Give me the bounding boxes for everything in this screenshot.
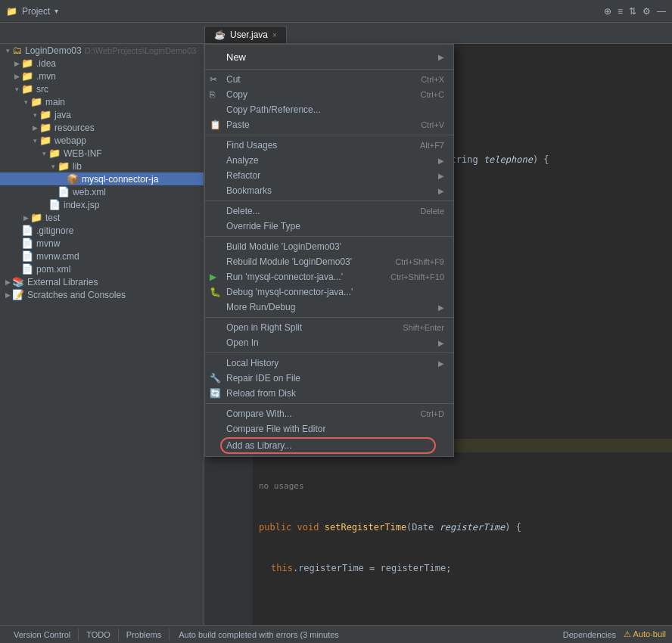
debug-icon: 🐛 (210, 287, 221, 297)
sidebar-item-external-libs[interactable]: ▶ 📚 External Libraries (0, 275, 204, 288)
menu-item-repair-ide[interactable]: 🔧 Repair IDE on File (205, 371, 453, 386)
webinf-arrow: ▾ (39, 150, 48, 157)
sidebar-item-src[interactable]: ▾ 📁 src (0, 82, 204, 95)
mysql-jar-icon: 📦 (67, 173, 79, 185)
menu-item-more-run[interactable]: More Run/Debug ▶ (205, 300, 453, 315)
menu-item-rebuild-module[interactable]: Rebuild Module 'LoginDemo03' Ctrl+Shift+… (205, 254, 453, 269)
sidebar-item-mvnw[interactable]: 📄 mvnw (0, 237, 204, 250)
analyze-label: Analyze (226, 155, 259, 166)
sidebar-item-indexjsp[interactable]: 📄 index.jsp (0, 198, 204, 211)
refactor-label: Refactor (226, 170, 260, 181)
menu-item-analyze[interactable]: Analyze ▶ (205, 153, 453, 168)
rebuild-shortcut: Ctrl+Shift+F9 (395, 257, 444, 266)
auto-build-label: ⚠ Auto-buil (624, 629, 666, 639)
resources-arrow: ▶ (30, 124, 39, 132)
code-line-nousage2: no usages (259, 480, 672, 493)
copy-icon: ⎘ (210, 89, 215, 100)
add-library-label: Add as Library... (226, 440, 291, 451)
cut-icon: ✂ (210, 74, 217, 85)
mvn-label: .mvn (36, 71, 56, 82)
menu-item-override-type[interactable]: Override File Type (205, 219, 453, 234)
menu-item-bookmarks[interactable]: Bookmarks ▶ (205, 183, 453, 198)
menu-item-build-module[interactable]: Build Module 'LoginDemo03' (205, 239, 453, 254)
menu-item-run[interactable]: ▶ Run 'mysql-connector-java...' Ctrl+Shi… (205, 269, 453, 284)
title-bar-left: 📁 Project ▾ (6, 6, 604, 17)
mvnw-icon: 📄 (21, 238, 33, 249)
sidebar-item-webxml[interactable]: 📄 web.xml (0, 185, 204, 198)
main-arrow: ▾ (21, 98, 30, 106)
menu-item-delete[interactable]: Delete... Delete (205, 203, 453, 219)
menu-item-copy-path[interactable]: Copy Path/Reference... (205, 102, 453, 117)
menu-item-copy[interactable]: ⎘ Copy Ctrl+C (205, 87, 453, 102)
problems-label: Problems (126, 630, 161, 639)
sidebar-item-idea[interactable]: ▶ 📁 .idea (0, 57, 204, 70)
sidebar-item-java[interactable]: ▾ 📁 java (0, 108, 204, 121)
extlibs-icon: 📚 (12, 276, 24, 287)
menu-item-reload-disk[interactable]: 🔄 Reload from Disk (205, 386, 453, 401)
sidebar-item-resources[interactable]: ▶ 📁 resources (0, 121, 204, 134)
menu-item-open-in[interactable]: Open In ▶ (205, 335, 453, 350)
sidebar-item-gitignore[interactable]: 📄 .gitignore (0, 224, 204, 237)
tree-root[interactable]: ▾ 🗂 LoginDemo03 D:\WebProjects\LoginDemo… (0, 44, 204, 57)
sidebar-item-mvnwcmd[interactable]: 📄 mvnw.cmd (0, 250, 204, 262)
version-control-label: Version Control (14, 630, 70, 639)
rebuild-module-label: Rebuild Module 'LoginDemo03' (226, 256, 352, 267)
bookmarks-label: Bookmarks (226, 185, 272, 196)
title-bar: 📁 Project ▾ ⊕ ≡ ⇅ ⚙ — (0, 0, 672, 23)
new-label: New (226, 51, 246, 63)
bottom-tab-version-control[interactable]: Version Control (6, 629, 79, 641)
settings-icon[interactable]: ⚙ (642, 6, 651, 17)
menu-item-compare-with[interactable]: Compare With... Ctrl+D (205, 406, 453, 421)
todo-label: TODO (86, 630, 110, 639)
tab-user-java[interactable]: ☕ User.java × (204, 26, 287, 43)
webapp-folder-icon: 📁 (39, 135, 51, 146)
sort-icon[interactable]: ⇅ (629, 6, 636, 17)
bottom-status: Auto build completed with errors (3 minu… (179, 630, 554, 639)
webxml-label: web.xml (73, 187, 106, 197)
separator-6 (205, 353, 453, 353)
sidebar-item-pomxml[interactable]: 📄 pom.xml (0, 262, 204, 275)
paste-shortcut: Ctrl+V (421, 120, 444, 129)
bottom-tab-problems[interactable]: Problems (119, 629, 170, 641)
sidebar-item-mysql-connector[interactable]: 📦 mysql-connector-ja (0, 172, 204, 185)
sidebar-item-webinf[interactable]: ▾ 📁 WEB-INF (0, 147, 204, 160)
debug-label: Debug 'mysql-connector-java...' (226, 287, 353, 297)
menu-item-cut[interactable]: ✂ Cut Ctrl+X (205, 72, 453, 87)
scratches-label: Scratches and Consoles (27, 290, 126, 300)
pomxml-label: pom.xml (36, 264, 70, 275)
separator-2 (205, 135, 453, 135)
menu-item-refactor[interactable]: Refactor ▶ (205, 168, 453, 183)
tree-root-arrow: ▾ (3, 47, 12, 54)
menu-item-local-history[interactable]: Local History ▶ (205, 356, 453, 371)
project-dropdown-icon[interactable]: ▾ (54, 7, 58, 15)
separator-7 (205, 403, 453, 404)
local-history-arrow: ▶ (438, 359, 444, 368)
sidebar-item-mvn[interactable]: ▶ 📁 .mvn (0, 70, 204, 82)
bottom-tab-todo[interactable]: TODO (79, 629, 119, 641)
sidebar-item-lib[interactable]: ▾ 📁 lib (0, 160, 204, 172)
separator-4 (205, 236, 453, 237)
menu-item-compare-editor[interactable]: Compare File with Editor (205, 421, 453, 436)
sidebar-item-main[interactable]: ▾ 📁 main (0, 95, 204, 108)
idea-folder-icon: 📁 (21, 57, 33, 69)
add-icon[interactable]: ⊕ (604, 6, 611, 17)
lib-folder-icon: 📁 (58, 160, 70, 172)
list-icon[interactable]: ≡ (618, 6, 623, 17)
sidebar-item-test[interactable]: ▶ 📁 test (0, 211, 204, 224)
project-label: Project (22, 6, 50, 17)
minimize-icon[interactable]: — (657, 6, 666, 17)
menu-item-paste[interactable]: 📋 Paste Ctrl+V (205, 117, 453, 132)
src-arrow: ▾ (12, 85, 21, 93)
menu-item-open-right-split[interactable]: Open in Right Split Shift+Enter (205, 320, 453, 335)
tab-close-button[interactable]: × (272, 31, 277, 39)
sidebar-item-webapp[interactable]: ▾ 📁 webapp (0, 134, 204, 147)
scratches-icon: 📝 (12, 289, 24, 300)
menu-item-add-library[interactable]: Add as Library... (205, 438, 453, 453)
menu-item-new[interactable]: New ▶ (205, 48, 453, 67)
sidebar-item-scratches[interactable]: ▶ 📝 Scratches and Consoles (0, 288, 204, 301)
sidebar: ▾ 🗂 LoginDemo03 D:\WebProjects\LoginDemo… (0, 44, 204, 625)
menu-item-debug[interactable]: 🐛 Debug 'mysql-connector-java...' (205, 284, 453, 300)
menu-item-find-usages[interactable]: Find Usages Alt+F7 (205, 138, 453, 153)
open-right-shortcut: Shift+Enter (403, 323, 444, 332)
idea-label: .idea (36, 58, 56, 69)
